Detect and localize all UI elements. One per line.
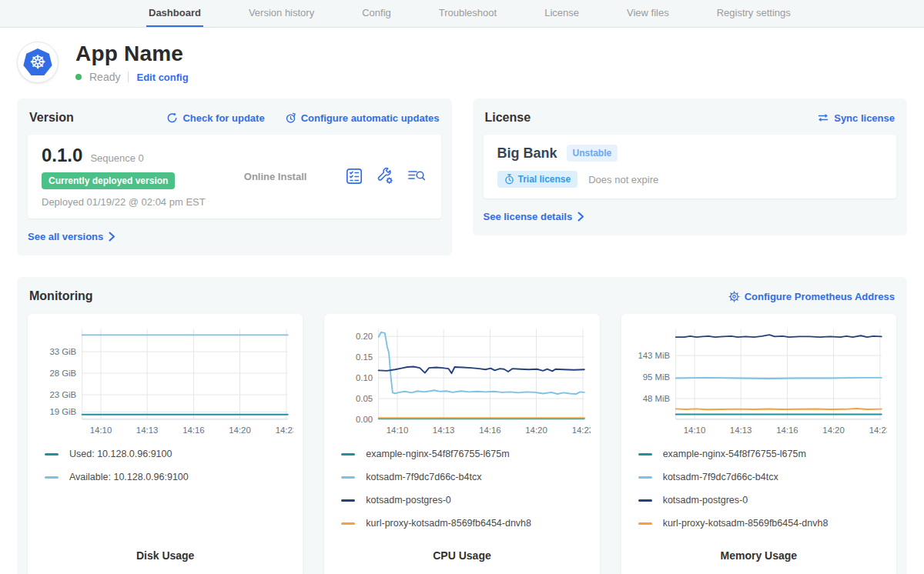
legend-item: kurl-proxy-kotsadm-8569fb6454-dnvh8 bbox=[638, 518, 887, 529]
legend-dash-icon bbox=[341, 499, 355, 502]
disk-usage-chart-card: 14:1014:1314:1614:2014:2333 GiB28 GiB23 … bbox=[28, 314, 303, 574]
legend-item: kotsadm-postgres-0 bbox=[341, 495, 590, 506]
version-card-title: Version bbox=[29, 111, 74, 125]
legend-item: Available: 10.128.0.96:9100 bbox=[45, 472, 293, 482]
tab-license[interactable]: License bbox=[542, 0, 581, 27]
svg-text:0.10: 0.10 bbox=[356, 373, 373, 382]
current-version-panel: 0.1.0 Sequence 0 Currently deployed vers… bbox=[28, 135, 441, 219]
tab-dashboard[interactable]: Dashboard bbox=[146, 0, 203, 27]
svg-text:14:10: 14:10 bbox=[387, 425, 408, 435]
legend-dash-icon bbox=[341, 522, 355, 525]
top-nav: DashboardVersion historyConfigTroublesho… bbox=[0, 0, 924, 28]
legend-dash-icon bbox=[638, 453, 652, 456]
main-content: Version Check for update bbox=[0, 94, 924, 574]
refresh-icon bbox=[166, 112, 178, 124]
chart-title: Memory Usage bbox=[631, 549, 887, 566]
version-sequence: Sequence 0 bbox=[90, 152, 143, 164]
svg-text:19 GiB: 19 GiB bbox=[49, 407, 76, 416]
app-header: ☸ App Name Ready Edit config bbox=[0, 28, 924, 94]
legend-item: kotsadm-postgres-0 bbox=[638, 495, 887, 506]
license-type-badge: Trial license bbox=[497, 171, 578, 188]
configure-prometheus-button[interactable]: Configure Prometheus Address bbox=[728, 291, 895, 302]
cpu-usage-chart-card: 14:1014:1314:1614:2014:230.200.150.100.0… bbox=[324, 314, 599, 574]
kubernetes-icon: ☸ bbox=[23, 48, 52, 76]
check-for-update-button[interactable]: Check for update bbox=[166, 112, 264, 124]
svg-text:28 GiB: 28 GiB bbox=[49, 369, 76, 378]
divider bbox=[128, 72, 129, 82]
svg-text:143 MiB: 143 MiB bbox=[638, 351, 670, 360]
configure-automatic-updates-button[interactable]: Configure automatic updates bbox=[285, 112, 440, 124]
legend-item: Used: 10.128.0.96:9100 bbox=[45, 449, 293, 459]
legend-item: example-nginx-54f8f76755-l675m bbox=[638, 449, 887, 459]
see-all-versions-link[interactable]: See all versions bbox=[28, 231, 116, 242]
chart-title: Disk Usage bbox=[37, 549, 293, 566]
tab-troubleshoot[interactable]: Troubleshoot bbox=[437, 0, 499, 27]
tab-registry-settings[interactable]: Registry settings bbox=[715, 0, 793, 27]
legend-item: kurl-proxy-kotsadm-8569fb6454-dnvh8 bbox=[341, 518, 590, 529]
edit-config-link[interactable]: Edit config bbox=[136, 72, 188, 83]
svg-text:14:20: 14:20 bbox=[822, 425, 844, 435]
legend-dash-icon bbox=[341, 476, 355, 479]
svg-text:48 MiB: 48 MiB bbox=[642, 394, 669, 403]
legend-dash-icon bbox=[45, 453, 59, 456]
legend-item: example-nginx-54f8f76755-l675m bbox=[341, 449, 590, 459]
memory-usage-chart: 14:1014:1314:1614:2014:23143 MiB95 MiB48… bbox=[631, 322, 887, 441]
legend-dash-icon bbox=[45, 476, 59, 479]
svg-text:14:13: 14:13 bbox=[730, 425, 752, 435]
channel-badge: Unstable bbox=[567, 145, 618, 162]
tab-version-history[interactable]: Version history bbox=[246, 0, 316, 27]
license-panel: Big Bank Unstable Trial license Does not… bbox=[484, 135, 897, 199]
svg-text:14:20: 14:20 bbox=[526, 425, 547, 435]
legend-label: example-nginx-54f8f76755-l675m bbox=[663, 449, 806, 459]
edit-config-icon[interactable] bbox=[376, 167, 394, 185]
svg-text:0.00: 0.00 bbox=[356, 415, 373, 424]
svg-text:14:10: 14:10 bbox=[683, 425, 705, 435]
svg-text:14:23: 14:23 bbox=[276, 425, 294, 435]
sync-icon bbox=[817, 112, 829, 123]
gear-icon bbox=[728, 291, 740, 302]
version-number: 0.1.0 bbox=[42, 145, 82, 166]
status-dot-icon bbox=[75, 74, 82, 80]
view-logs-icon[interactable] bbox=[407, 167, 427, 185]
status-text: Ready bbox=[89, 71, 120, 83]
version-card: Version Check for update bbox=[17, 98, 452, 255]
legend-dash-icon bbox=[638, 522, 652, 525]
svg-text:0.20: 0.20 bbox=[356, 332, 373, 341]
legend-label: example-nginx-54f8f76755-l675m bbox=[366, 449, 509, 459]
preflight-checks-icon[interactable] bbox=[345, 167, 363, 185]
svg-text:14:16: 14:16 bbox=[776, 425, 798, 435]
see-license-details-link[interactable]: See license details bbox=[484, 211, 585, 222]
deployed-timestamp: Deployed 01/19/22 @ 02:04 pm EST bbox=[42, 196, 206, 208]
legend-dash-icon bbox=[638, 476, 652, 479]
legend-label: kotsadm-postgres-0 bbox=[366, 495, 450, 506]
legend-label: kurl-proxy-kotsadm-8569fb6454-dnvh8 bbox=[366, 518, 531, 529]
svg-text:14:23: 14:23 bbox=[869, 425, 887, 435]
legend-item: kotsadm-7f9dc7d66c-b4tcx bbox=[638, 472, 887, 482]
deployed-badge: Currently deployed version bbox=[42, 172, 175, 189]
svg-text:14:13: 14:13 bbox=[433, 425, 454, 435]
chart-legend: example-nginx-54f8f76755-l675mkotsadm-7f… bbox=[333, 449, 590, 541]
sync-license-button[interactable]: Sync license bbox=[817, 112, 895, 124]
svg-text:14:16: 14:16 bbox=[182, 425, 204, 435]
helm-wheel-glyph: ☸ bbox=[29, 53, 46, 72]
chart-title: CPU Usage bbox=[333, 549, 590, 566]
tab-view-files[interactable]: View files bbox=[624, 0, 671, 27]
legend-label: Used: 10.128.0.96:9100 bbox=[69, 449, 172, 459]
legend-label: kurl-proxy-kotsadm-8569fb6454-dnvh8 bbox=[663, 518, 829, 529]
app-logo: ☸ bbox=[17, 42, 59, 83]
svg-text:0.05: 0.05 bbox=[356, 394, 373, 403]
legend-label: Available: 10.128.0.96:9100 bbox=[69, 472, 189, 482]
legend-label: kotsadm-postgres-0 bbox=[663, 495, 748, 506]
legend-item: kotsadm-7f9dc7d66c-b4tcx bbox=[341, 472, 590, 482]
chevron-right-icon bbox=[109, 232, 116, 242]
chart-legend: Used: 10.128.0.96:9100Available: 10.128.… bbox=[37, 449, 293, 495]
legend-dash-icon bbox=[638, 499, 652, 502]
tab-config[interactable]: Config bbox=[360, 0, 393, 27]
legend-label: kotsadm-7f9dc7d66c-b4tcx bbox=[663, 472, 778, 482]
svg-text:14:20: 14:20 bbox=[229, 425, 250, 435]
nav-tabs: DashboardVersion historyConfigTroublesho… bbox=[146, 0, 793, 27]
monitoring-section: Monitoring Configure Prometheus Address … bbox=[17, 277, 907, 574]
install-type-label: Online Install bbox=[244, 171, 307, 182]
svg-text:14:16: 14:16 bbox=[480, 425, 501, 435]
svg-text:33 GiB: 33 GiB bbox=[49, 347, 76, 356]
